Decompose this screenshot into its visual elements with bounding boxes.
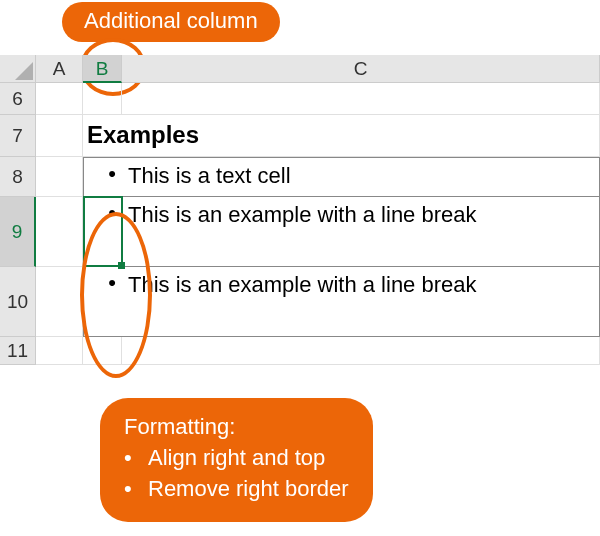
- annotation-bottom-bullet-1: • Align right and top: [124, 443, 349, 474]
- annotation-bottom-text-1: Align right and top: [148, 443, 325, 474]
- cell-b9-bullet[interactable]: •: [83, 197, 122, 267]
- cell-b7[interactable]: Examples: [83, 115, 122, 157]
- cell-b11[interactable]: [83, 337, 122, 365]
- row-11: 11: [0, 337, 600, 365]
- cell-c11[interactable]: [122, 337, 600, 365]
- cell-a7[interactable]: [36, 115, 83, 157]
- cell-a8[interactable]: [36, 157, 83, 197]
- cell-b8-bullet[interactable]: •: [83, 157, 122, 197]
- row-9: 9 • This is an example with a line break: [0, 197, 600, 267]
- cell-a11[interactable]: [36, 337, 83, 365]
- column-headers-row: A B C: [0, 55, 600, 83]
- annotation-bottom-bullet-2: • Remove right border: [124, 474, 349, 505]
- cell-c6[interactable]: [122, 83, 600, 115]
- row-header-7[interactable]: 7: [0, 115, 36, 157]
- cell-b10-bullet[interactable]: •: [83, 267, 122, 337]
- row-header-6[interactable]: 6: [0, 83, 36, 115]
- selection-outline: [83, 196, 123, 267]
- cell-a10[interactable]: [36, 267, 83, 337]
- bullet-dot-icon: •: [124, 474, 148, 505]
- cell-c10-text[interactable]: This is an example with a line break: [122, 267, 600, 337]
- cell-a9[interactable]: [36, 197, 83, 267]
- column-header-c[interactable]: C: [122, 55, 600, 83]
- row-6: 6: [0, 83, 600, 115]
- row-10: 10 • This is an example with a line brea…: [0, 267, 600, 337]
- row-header-9[interactable]: 9: [0, 197, 36, 267]
- bullet-dot-icon: •: [124, 443, 148, 474]
- annotation-bottom-box: Formatting: • Align right and top • Remo…: [100, 398, 373, 522]
- row-7: 7 Examples: [0, 115, 600, 157]
- cell-c7[interactable]: [122, 115, 600, 157]
- row-8: 8 • This is a text cell: [0, 157, 600, 197]
- row-header-8[interactable]: 8: [0, 157, 36, 197]
- bullet-glyph: •: [108, 200, 116, 225]
- column-header-a[interactable]: A: [36, 55, 83, 83]
- cell-c8-text[interactable]: This is a text cell: [122, 157, 600, 197]
- select-all-corner[interactable]: [0, 55, 36, 83]
- row-header-10[interactable]: 10: [0, 267, 36, 337]
- cell-c9-text[interactable]: This is an example with a line break: [122, 197, 600, 267]
- column-header-b[interactable]: B: [83, 55, 122, 83]
- annotation-bottom-text-2: Remove right border: [148, 474, 349, 505]
- cell-a6[interactable]: [36, 83, 83, 115]
- cell-b6[interactable]: [83, 83, 122, 115]
- spreadsheet-grid: A B C 6 7 Examples 8 • This is a text ce…: [0, 55, 600, 365]
- annotation-bottom-heading: Formatting:: [124, 412, 349, 443]
- row-header-11[interactable]: 11: [0, 337, 36, 365]
- annotation-top-label: Additional column: [62, 2, 280, 42]
